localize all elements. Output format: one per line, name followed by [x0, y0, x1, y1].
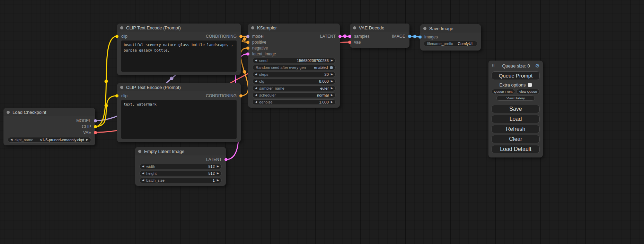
input-slot-vae[interactable] [348, 40, 351, 44]
widget-sampler-name[interactable]: ◀ sampler_name euler ▶ [252, 85, 336, 91]
node-title-bar[interactable]: Save Image [420, 24, 481, 33]
widget-label: width [146, 164, 155, 169]
node-clip-text-encode-negative[interactable]: CLIP Text Encode (Prompt) clip CONDITION… [117, 83, 241, 142]
arrow-right-icon[interactable]: ▶ [331, 87, 333, 90]
input-slot-clip[interactable] [115, 94, 118, 97]
input-label-vae: vae [354, 40, 361, 45]
node-vae-decode[interactable]: VAE Decode samples IMAGE vae [350, 24, 409, 48]
refresh-button[interactable]: Refresh [492, 125, 540, 133]
widget-scheduler[interactable]: ◀ scheduler normal ▶ [252, 92, 336, 98]
widget-value: 156680208700286 [270, 58, 329, 63]
arrow-left-icon[interactable]: ◀ [255, 59, 257, 62]
node-title-bar[interactable]: CLIP Text Encode (Prompt) [117, 24, 241, 32]
widget-cfg[interactable]: ◀ cfg 8.000 ▶ [252, 79, 336, 84]
node-empty-latent-image[interactable]: Empty Latent Image LATENT ◀ width 512 ▶ … [135, 147, 226, 186]
widget-ckpt-name[interactable]: ◀ ckpt_name v1-5-pruned-emaonly.ckpt ▶ [8, 137, 91, 143]
slot-row: model LATENT [248, 33, 340, 39]
arrow-left-icon[interactable]: ◀ [142, 179, 144, 182]
node-save-image[interactable]: Save Image images filename_prefix ComfyU… [420, 24, 481, 51]
input-slot-clip[interactable] [115, 35, 118, 38]
slot-row: positive [248, 39, 340, 45]
view-history-button[interactable]: View History [496, 96, 535, 101]
collapse-dot[interactable] [120, 26, 123, 29]
arrow-right-icon[interactable]: ▶ [331, 73, 333, 76]
node-clip-text-encode-positive[interactable]: CLIP Text Encode (Prompt) clip CONDITION… [117, 24, 241, 75]
widget-width[interactable]: ◀ width 512 ▶ [139, 164, 222, 169]
output-slot-latent[interactable] [338, 35, 342, 38]
widget-height[interactable]: ◀ height 512 ▶ [139, 171, 222, 176]
widget-denoise[interactable]: ◀ denoise 1.000 ▶ [252, 99, 336, 105]
load-default-button[interactable]: Load Default [492, 145, 540, 153]
node-load-checkpoint[interactable]: Load Checkpoint MODEL CLIP VAE ◀ ckpt_na… [3, 108, 95, 145]
arrow-right-icon[interactable]: ▶ [331, 101, 333, 103]
settings-gear-icon[interactable]: ⚙ [535, 63, 540, 69]
output-slot-vae[interactable] [94, 131, 97, 134]
input-slot-samples[interactable] [348, 35, 351, 38]
extra-options-checkbox[interactable] [528, 83, 532, 87]
output-slot-latent[interactable] [224, 158, 228, 161]
prompt-textarea[interactable]: beautiful scenery nature glass bottle la… [121, 40, 237, 72]
collapse-dot[interactable] [251, 26, 254, 29]
output-slot-conditioning[interactable] [239, 94, 242, 97]
slot-row: vae [350, 39, 409, 45]
output-slot-conditioning[interactable] [239, 35, 242, 38]
collapse-dot[interactable] [120, 86, 123, 89]
input-slot-images[interactable] [418, 35, 422, 38]
output-slot-image[interactable] [408, 35, 411, 38]
widget-batch-size[interactable]: ◀ batch_size 1 ▶ [139, 178, 222, 183]
input-slot-model[interactable] [246, 35, 249, 38]
arrow-left-icon[interactable]: ◀ [255, 101, 257, 103]
node-title-bar[interactable]: KSampler [248, 24, 340, 32]
queue-prompt-button[interactable]: Queue Prompt [492, 71, 540, 80]
widget-filename-prefix[interactable]: filename_prefix ComfyUI [424, 41, 477, 46]
arrow-right-icon[interactable]: ▶ [217, 179, 219, 182]
arrow-right-icon[interactable]: ▶ [331, 94, 333, 97]
arrow-left-icon[interactable]: ◀ [255, 73, 257, 76]
collapse-dot[interactable] [7, 111, 10, 114]
widget-label: scheduler [259, 93, 276, 97]
input-slot-positive[interactable] [246, 40, 249, 44]
link-midpoint-latent-to-vae-decode [343, 35, 347, 38]
arrow-right-icon[interactable]: ▶ [86, 138, 88, 141]
arrow-right-icon[interactable]: ▶ [331, 80, 333, 83]
arrow-left-icon[interactable]: ◀ [255, 94, 257, 97]
control-panel: ⠿ Queue size: 0 ⚙ Queue Prompt Extra opt… [488, 61, 543, 157]
widget-value: 1.000 [275, 100, 329, 104]
arrow-left-icon[interactable]: ◀ [255, 80, 257, 83]
widget-steps[interactable]: ◀ steps 20 ▶ [252, 72, 336, 77]
arrow-left-icon[interactable]: ◀ [255, 87, 257, 90]
collapse-dot[interactable] [423, 27, 426, 30]
arrow-left-icon[interactable]: ◀ [10, 138, 12, 141]
node-ksampler[interactable]: KSampler model LATENT positive negative … [248, 24, 340, 108]
input-slot-latent-image[interactable] [246, 52, 249, 55]
drag-handle-icon[interactable]: ⠿ [492, 63, 495, 69]
output-slot-clip[interactable] [94, 125, 97, 128]
clear-button[interactable]: Clear [492, 135, 540, 143]
queue-front-button[interactable]: Queue Front [492, 89, 515, 94]
arrow-right-icon[interactable]: ▶ [217, 172, 219, 175]
arrow-right-icon[interactable]: ▶ [331, 59, 333, 62]
view-queue-button[interactable]: View Queue [517, 89, 540, 94]
node-title-bar[interactable]: Load Checkpoint [3, 108, 95, 116]
node-title-bar[interactable]: Empty Latent Image [135, 147, 226, 155]
save-button[interactable]: Save [492, 105, 540, 113]
node-title: CLIP Text Encode (Prompt) [126, 85, 181, 90]
arrow-left-icon[interactable]: ◀ [142, 172, 144, 175]
link-clip-negative [95, 96, 117, 127]
collapse-dot[interactable] [138, 150, 141, 153]
widget-label: height [146, 171, 157, 175]
widget-seed[interactable]: ◀ seed 156680208700286 ▶ [252, 58, 336, 63]
extra-options-label: Extra options [500, 82, 526, 88]
random-seed-toggle[interactable] [330, 66, 333, 69]
input-label-model: model [252, 34, 264, 39]
output-slot-model[interactable] [94, 119, 97, 122]
widget-random-seed[interactable]: Random seed after every gen enabled [252, 65, 336, 70]
load-button[interactable]: Load [492, 115, 540, 123]
prompt-textarea[interactable]: text, watermark [121, 100, 237, 139]
node-title-bar[interactable]: CLIP Text Encode (Prompt) [117, 83, 241, 91]
node-title-bar[interactable]: VAE Decode [350, 24, 409, 32]
arrow-left-icon[interactable]: ◀ [142, 165, 144, 168]
collapse-dot[interactable] [353, 26, 356, 29]
arrow-right-icon[interactable]: ▶ [217, 165, 219, 168]
input-slot-negative[interactable] [246, 46, 249, 49]
